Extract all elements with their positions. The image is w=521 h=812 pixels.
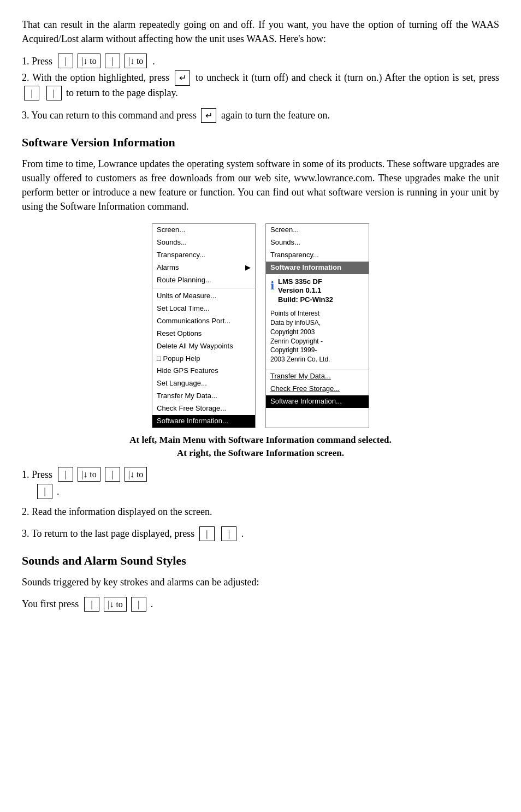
info-screen: Screen... [266,224,369,236]
menu-item-units-left: Units of Measure... [152,290,255,303]
pipe-key-2: | [105,54,120,68]
sw-step3-dot: . [241,528,244,539]
sw-down-1: |↓ to [78,467,100,482]
menu-item-lang-left: Set Language... [152,377,255,390]
sw-pipe-1: | [58,467,73,482]
down-key-1: |↓ to [78,54,100,68]
sw-step3: 3. To return to the last page displayed,… [22,526,499,541]
step1-prefix: 1. Press [22,54,52,68]
section-title: Software Version Information [22,134,499,151]
images-caption: At left, Main Menu with Software Informa… [22,434,499,460]
menu-divider-left [152,288,255,288]
copy-line-2: Data by infoUSA, [270,318,364,328]
copy-line-4: Zenrin Copyright - [270,337,364,346]
footer-storage: Check Free Storage... [266,383,369,395]
copy-line-5: Copyright 1999- [270,346,364,355]
menu-item-storage-left: Check Free Storage... [152,402,255,415]
step2-mid: to uncheck it (turn off) and check it (t… [196,72,499,83]
info-footer: Transfer My Data... Check Free Storage..… [266,370,369,408]
sw-step1-row: 1. Press | |↓ to | |↓ to [22,467,499,482]
pipe-key-4: | [46,86,62,100]
copy-line-6: 2003 Zenrin Co. Ltd. [270,355,364,364]
sw-step1-prefix: 1. Press [22,467,52,482]
menu-item-transparency-left: Transparency... [152,249,255,262]
menu-item-commport-left: Communications Port... [152,315,255,328]
section2-title: Sounds and Alarm Sound Styles [22,552,499,570]
sw-step1-sub: | . [35,484,499,499]
copy-line-3: Copyright 2003 [270,328,364,337]
menu-item-route-left: Route Planning... [152,274,255,287]
sw-pipe-3: | [37,484,52,499]
build: Build: PC-Win32 [278,295,333,305]
device-name: LMS 335c DF [278,277,333,287]
screenshots-row: Screen... Sounds... Transparency... Alar… [22,223,499,428]
sounds-down: |↓ to [104,597,127,612]
sw-step1-dot: . [57,484,60,499]
sw-esc-1: | [199,526,215,541]
menu-item-transfer-left: Transfer My Data... [152,390,255,402]
step2-end: to return to the page display. [66,87,178,98]
info-title-row: ℹ LMS 335c DF Version 0.1.1 Build: PC-Wi… [270,277,364,305]
menu-item-sounds-left: Sounds... [152,236,255,249]
pipe-key-1: | [58,54,73,68]
sounds-pipe-2: | [131,597,146,612]
caption-line1: At left, Main Menu with Software Informa… [22,434,499,447]
menu-item-screen-left: Screen... [152,224,255,236]
sounds-step-row: You first press | |↓ to | . [22,597,499,612]
step2-text: 2. With the option highlighted, press [22,72,169,83]
menu-item-software-left: Software Information... [152,415,255,428]
intro-paragraph: That can result in the alarm repeatedly … [22,17,499,46]
step3-text: 3. You can return to this command and pr… [22,110,197,121]
menu-item-popup-left: □ Popup Help [152,353,255,365]
step1-dot: . [152,54,155,68]
menu-item-delete-left: Delete All My Waypoints [152,340,255,353]
sw-step2: 2. Read the information displayed on the… [22,505,499,519]
section2-body: Sounds triggered by key strokes and alar… [22,575,499,589]
info-content: ℹ LMS 335c DF Version 0.1.1 Build: PC-Wi… [266,274,369,368]
sounds-dot: . [151,597,153,611]
menu-item-alarms-left: Alarms▶ [152,262,255,274]
copy-line-1: Points of Interest [270,309,364,318]
enter-key-1: ↵ [175,70,190,85]
sounds-prefix: You first press [22,597,79,611]
sw-esc-2: | [221,526,236,541]
caption-line2: At right, the Software Information scree… [22,447,499,460]
step3-mid: again to turn the feature on. [221,110,330,121]
sw-pipe-2: | [105,467,120,482]
info-header: Software Information [266,262,369,274]
step3-paragraph: 3. You can return to this command and pr… [22,108,499,123]
menu-left: Screen... Sounds... Transparency... Alar… [152,223,256,428]
version: Version 0.1.1 [278,286,333,295]
sw-down-2: |↓ to [125,467,147,482]
footer-transfer: Transfer My Data... [266,370,369,383]
step2-paragraph: 2. With the option highlighted, press ↵ … [22,70,499,100]
menu-item-reset-left: Reset Options [152,328,255,340]
sw-step3-prefix: 3. To return to the last page displayed,… [22,528,194,539]
info-sounds: Sounds... [266,236,369,249]
pipe-key-3: | [24,86,39,100]
footer-software: Software Information... [266,395,369,408]
step1-row: 1. Press | |↓ to | |↓ to . [22,54,499,68]
menu-item-hidegps-left: Hide GPS Features [152,365,255,377]
info-transparency: Transparency... [266,249,369,262]
section-body: From time to time, Lowrance updates the … [22,157,499,214]
menu-item-localtime-left: Set Local Time... [152,303,255,315]
copy-text: Points of Interest Data by infoUSA, Copy… [270,309,364,364]
software-info-box: Screen... Sounds... Transparency... Soft… [265,223,369,428]
sounds-pipe-1: | [84,597,99,612]
enter-key-2: ↵ [201,108,216,123]
down-key-2: |↓ to [125,54,147,68]
info-icon: ℹ [270,278,275,294]
